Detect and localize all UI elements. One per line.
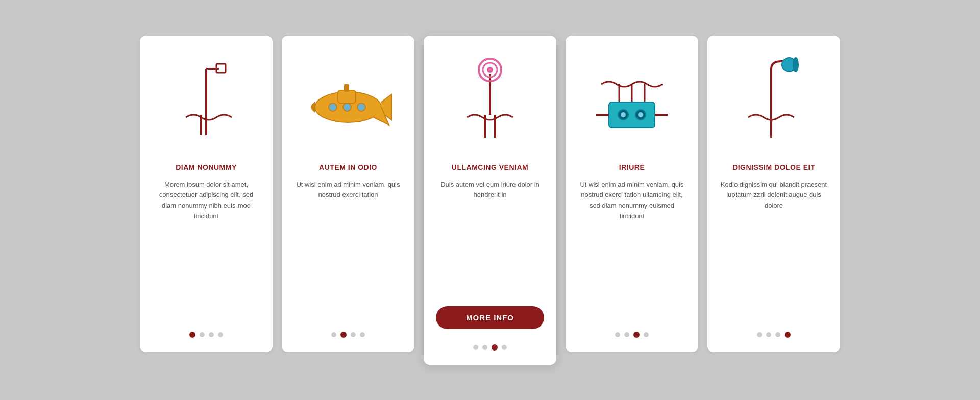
dot-0	[615, 332, 620, 337]
card-3-dots	[473, 344, 507, 351]
periscope-pink-icon	[459, 59, 521, 145]
dot-1	[340, 332, 347, 338]
dot-3	[644, 332, 649, 337]
card-1-icon-area	[152, 51, 260, 153]
dot-0	[331, 332, 336, 337]
card-3-icon-area	[436, 51, 544, 153]
dot-1	[624, 332, 629, 337]
card-2-dots	[331, 332, 365, 338]
dot-2	[492, 344, 498, 351]
dot-2	[209, 332, 214, 337]
dot-3	[785, 332, 791, 338]
dot-1	[482, 345, 487, 350]
dot-0	[473, 345, 478, 350]
svg-point-24	[638, 112, 643, 117]
card-4-dots	[615, 332, 649, 338]
card-4-icon-area	[578, 51, 686, 153]
svg-rect-7	[344, 84, 349, 92]
dot-1	[766, 332, 771, 337]
dot-0	[757, 332, 762, 337]
card-2: AUTEM IN ODIO Ut wisi enim ad minim veni…	[282, 36, 414, 352]
svg-point-29	[793, 58, 798, 72]
card-3-body: Duis autem vel eum iriure dolor in hendr…	[436, 180, 544, 301]
card-2-title: AUTEM IN ODIO	[319, 163, 377, 171]
card-4-title: IRIURE	[619, 163, 645, 171]
periscope-blue-icon	[743, 59, 804, 145]
card-5-title: DIGNISSIM DOLOE EIT	[732, 163, 815, 171]
dot-1	[200, 332, 205, 337]
card-3: ULLAMCING VENIAM Duis autem vel eum iriu…	[424, 36, 556, 365]
card-5: DIGNISSIM DOLOE EIT Kodio dignissim qui …	[707, 36, 840, 352]
cards-container: DIAM NONUMMY Morem ipsum dolor sit amet,…	[99, 5, 881, 395]
card-1-dots	[189, 332, 223, 338]
dot-3	[218, 332, 223, 337]
underwater-box-icon	[594, 61, 670, 143]
dot-2	[633, 332, 640, 338]
more-info-button[interactable]: MORE INFO	[436, 306, 544, 329]
periscope-wave-icon	[176, 59, 237, 145]
card-4: IRIURE Ut wisi enim ad minim veniam, qui…	[566, 36, 698, 352]
svg-point-8	[329, 103, 337, 111]
card-5-body: Kodio dignissim qui blandit praesent lup…	[720, 180, 828, 319]
submarine-icon	[307, 69, 389, 135]
card-1-body: Morem ipsum dolor sit amet, consectetuer…	[152, 180, 260, 319]
card-5-dots	[757, 332, 791, 338]
card-3-title: ULLAMCING VENIAM	[452, 163, 528, 171]
card-4-body: Ut wisi enim ad minim veniam, quis nostr…	[578, 180, 686, 319]
svg-point-22	[621, 112, 626, 117]
svg-point-14	[487, 67, 493, 73]
dot-2	[775, 332, 780, 337]
dot-3	[360, 332, 365, 337]
svg-point-9	[343, 103, 351, 111]
dot-3	[502, 345, 507, 350]
card-1-title: DIAM NONUMMY	[176, 163, 237, 171]
card-2-body: Ut wisi enim ad minim veniam, quis nostr…	[294, 180, 402, 319]
svg-point-10	[357, 103, 365, 111]
svg-rect-6	[338, 90, 356, 103]
svg-rect-20	[609, 102, 655, 128]
card-1: DIAM NONUMMY Morem ipsum dolor sit amet,…	[140, 36, 273, 352]
card-2-icon-area	[294, 51, 402, 153]
dot-0	[189, 332, 195, 338]
dot-2	[351, 332, 356, 337]
card-5-icon-area	[720, 51, 828, 153]
